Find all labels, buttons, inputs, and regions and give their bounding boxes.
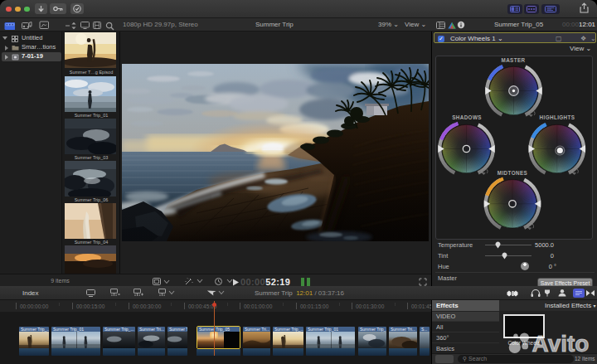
svg-text:Avito: Avito xyxy=(532,331,590,357)
